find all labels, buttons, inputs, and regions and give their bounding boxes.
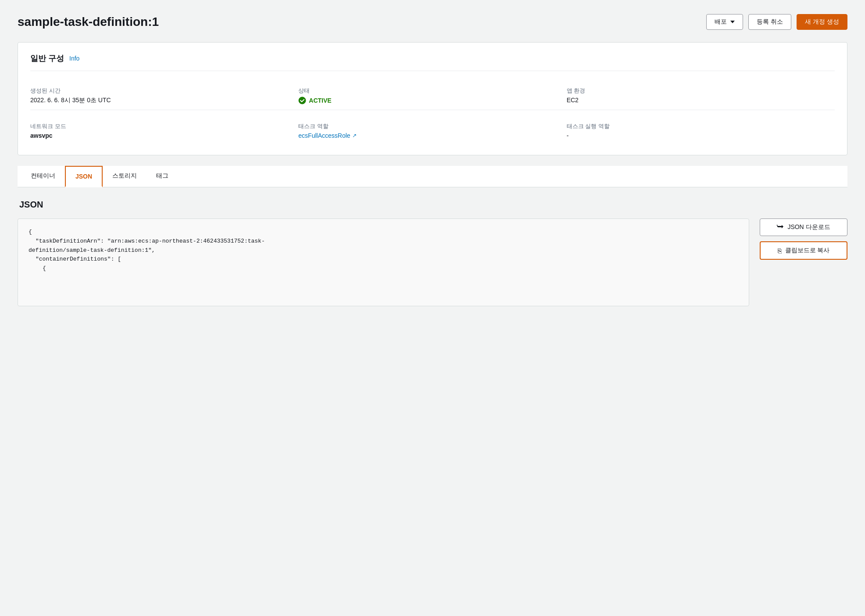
deploy-button[interactable]: 배포	[706, 14, 743, 30]
task-exec-role-value: -	[567, 132, 835, 139]
tabs-row: 컨테이너 JSON 스토리지 태그	[18, 166, 847, 187]
page-container: sample-task-definition:1 배포 등록 취소 새 개정 생…	[0, 0, 865, 616]
app-env-label: 앱 환경	[567, 87, 824, 95]
svg-point-0	[299, 97, 306, 104]
active-icon	[298, 97, 306, 104]
general-config-card: 일반 구성 Info 생성된 시간 2022. 6. 6. 8시 35분 0초 …	[18, 42, 847, 155]
network-mode-label: 네트워크 모드	[30, 122, 288, 130]
external-link-icon: ↗	[352, 133, 357, 139]
new-revision-button[interactable]: 새 개정 생성	[797, 14, 847, 30]
tab-tags[interactable]: 태그	[147, 166, 178, 187]
app-env-cell: 앱 환경 EC2	[567, 82, 835, 110]
task-role-label: 태스크 역할	[298, 122, 556, 130]
json-line-1: {	[29, 228, 738, 237]
app-env-value: EC2	[567, 97, 824, 104]
json-download-button[interactable]: ⮩ JSON 다운로드	[760, 218, 847, 236]
chevron-down-icon	[730, 21, 735, 23]
json-line-3: definition/sample-task-definition:1",	[29, 246, 738, 255]
created-time-label: 생성된 시간	[30, 87, 288, 95]
status-cell: 상태 ACTIVE	[298, 82, 566, 110]
deregister-button[interactable]: 등록 취소	[748, 14, 791, 30]
task-role-link[interactable]: ecsFullAccessRole ↗	[298, 132, 356, 139]
json-line-2: "taskDefinitionArn": "arn:aws:ecs:ap-nor…	[29, 237, 738, 246]
config-divider	[30, 110, 835, 110]
card-header: 일반 구성 Info	[30, 53, 835, 71]
task-role-cell: 태스크 역할 ecsFullAccessRole ↗	[298, 117, 566, 144]
page-title: sample-task-definition:1	[18, 15, 159, 29]
config-grid: 생성된 시간 2022. 6. 6. 8시 35분 0초 UTC 상태 ACTI…	[30, 82, 835, 144]
tab-container[interactable]: 컨테이너	[21, 166, 65, 187]
network-mode-value: awsvpc	[30, 132, 288, 139]
json-section: JSON { "taskDefinitionArn": "arn:aws:ecs…	[18, 187, 847, 306]
created-time-cell: 생성된 시간 2022. 6. 6. 8시 35분 0초 UTC	[30, 82, 298, 110]
status-value: ACTIVE	[298, 97, 556, 104]
copy-clipboard-button[interactable]: ⎘ 클립보드로 복사	[760, 241, 847, 260]
status-label: 상태	[298, 87, 556, 95]
json-code-box: { "taskDefinitionArn": "arn:aws:ecs:ap-n…	[18, 218, 749, 306]
tab-storage[interactable]: 스토리지	[103, 166, 147, 187]
created-time-value: 2022. 6. 6. 8시 35분 0초 UTC	[30, 97, 288, 104]
page-header: sample-task-definition:1 배포 등록 취소 새 개정 생…	[18, 14, 847, 30]
tab-json[interactable]: JSON	[65, 166, 103, 187]
json-line-4: "containerDefinitions": [	[29, 255, 738, 264]
network-mode-cell: 네트워크 모드 awsvpc	[30, 117, 298, 144]
card-title: 일반 구성	[30, 53, 64, 64]
task-exec-role-cell: 태스크 실행 역할 -	[567, 117, 835, 144]
json-actions: ⮩ JSON 다운로드 ⎘ 클립보드로 복사	[760, 218, 847, 260]
clipboard-icon: ⎘	[778, 247, 782, 254]
download-icon: ⮩	[777, 223, 784, 231]
info-link[interactable]: Info	[69, 55, 79, 62]
json-line-5: {	[29, 264, 738, 273]
header-actions: 배포 등록 취소 새 개정 생성	[706, 14, 847, 30]
task-exec-role-label: 태스크 실행 역할	[567, 122, 835, 130]
json-section-title: JSON	[18, 200, 847, 210]
json-content-area: { "taskDefinitionArn": "arn:aws:ecs:ap-n…	[18, 218, 847, 306]
